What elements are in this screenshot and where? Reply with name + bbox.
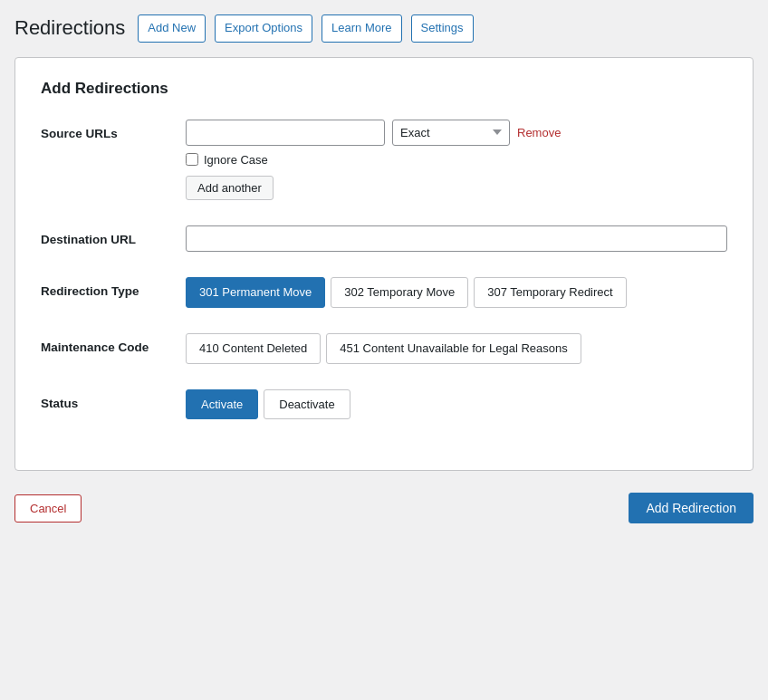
status-btn-group: Activate Deactivate xyxy=(186,389,727,419)
maintenance-451-button[interactable]: 451 Content Unavailable for Legal Reason… xyxy=(326,333,581,364)
page-title: Redirections xyxy=(14,16,125,40)
learn-more-button[interactable]: Learn More xyxy=(322,14,401,43)
redirect-301-button[interactable]: 301 Permanent Move xyxy=(186,277,325,308)
maintenance-code-controls: 410 Content Deleted 451 Content Unavaila… xyxy=(186,333,727,364)
status-controls: Activate Deactivate xyxy=(186,389,727,419)
source-url-input[interactable] xyxy=(186,120,385,146)
maintenance-code-label: Maintenance Code xyxy=(41,333,186,354)
card-title: Add Redirections xyxy=(41,80,727,98)
destination-url-controls xyxy=(186,225,727,252)
activate-button[interactable]: Activate xyxy=(186,389,258,419)
ignore-case-checkbox[interactable] xyxy=(186,153,198,166)
redirect-307-button[interactable]: 307 Temporary Redirect xyxy=(474,277,627,308)
add-redirection-button[interactable]: Add Redirection xyxy=(629,493,754,523)
status-row: Status Activate Deactivate xyxy=(41,389,727,419)
exact-select-wrapper: Exact Contains Starts with Ends with Reg… xyxy=(392,120,510,146)
maintenance-code-row: Maintenance Code 410 Content Deleted 451… xyxy=(41,333,727,364)
source-urls-label: Source URLs xyxy=(41,120,186,140)
cancel-button[interactable]: Cancel xyxy=(14,494,82,523)
redirect-302-button[interactable]: 302 Temporary Move xyxy=(331,277,468,308)
add-another-button[interactable]: Add another xyxy=(186,176,274,200)
source-urls-row: Source URLs Exact Contains Starts with E… xyxy=(41,120,727,200)
maintenance-410-button[interactable]: 410 Content Deleted xyxy=(186,333,321,364)
status-label: Status xyxy=(41,389,186,410)
deactivate-button[interactable]: Deactivate xyxy=(264,389,350,419)
page-header: Redirections Add New Export Options Lear… xyxy=(14,14,754,43)
destination-url-row: Destination URL xyxy=(41,225,727,252)
redirection-type-row: Redirection Type 301 Permanent Move 302 … xyxy=(41,277,727,308)
maintenance-code-btn-group: 410 Content Deleted 451 Content Unavaila… xyxy=(186,333,727,364)
redirection-type-controls: 301 Permanent Move 302 Temporary Move 30… xyxy=(186,277,727,308)
remove-button[interactable]: Remove xyxy=(517,126,561,139)
source-url-input-row: Exact Contains Starts with Ends with Reg… xyxy=(186,120,727,146)
ignore-case-label: Ignore Case xyxy=(204,153,268,167)
ignore-case-row: Ignore Case xyxy=(186,153,727,167)
export-options-button[interactable]: Export Options xyxy=(215,14,312,43)
footer-bar: Cancel Add Redirection xyxy=(14,485,754,523)
redirection-type-btn-group: 301 Permanent Move 302 Temporary Move 30… xyxy=(186,277,727,308)
redirection-type-label: Redirection Type xyxy=(41,277,186,298)
exact-select[interactable]: Exact Contains Starts with Ends with Reg… xyxy=(392,120,510,146)
source-urls-controls: Exact Contains Starts with Ends with Reg… xyxy=(186,120,727,200)
add-new-button[interactable]: Add New xyxy=(138,14,206,43)
destination-url-label: Destination URL xyxy=(41,225,186,246)
destination-url-input[interactable] xyxy=(186,225,727,252)
settings-button[interactable]: Settings xyxy=(411,14,474,43)
add-redirections-card: Add Redirections Source URLs Exact Conta… xyxy=(14,57,754,471)
